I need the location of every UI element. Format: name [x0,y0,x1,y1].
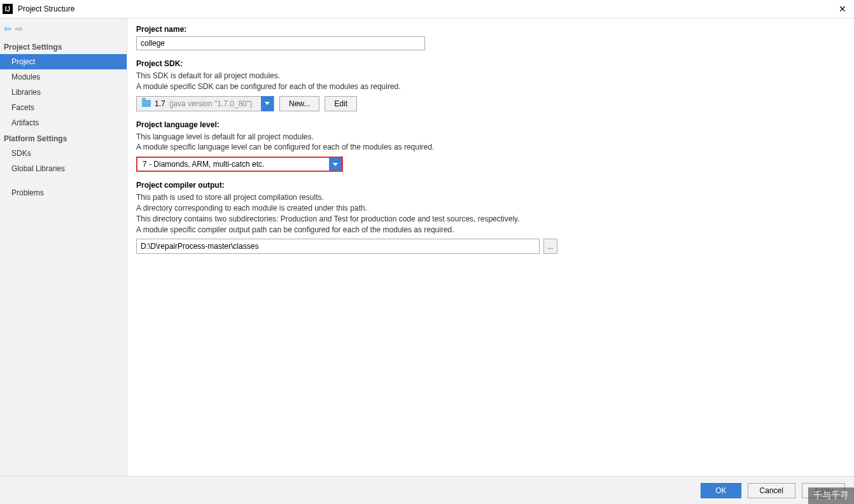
main-panel: Project name: Project SDK: This SDK is d… [127,18,854,476]
sidebar: ⇦ ⇨ Project Settings Project Modules Lib… [0,18,127,476]
compiler-output-label: Project compiler output: [136,181,845,190]
lang-help-1: This language level is default for all p… [136,132,845,143]
titlebar: IJ Project Structure ✕ [0,0,854,18]
sidebar-item-sdks[interactable]: SDKs [0,146,127,161]
sdk-help-1: This SDK is default for all project modu… [136,71,845,81]
project-settings-header: Project Settings [0,39,127,54]
sidebar-item-facets[interactable]: Facets [0,100,127,115]
watermark: 千与千寻 [808,487,854,504]
sidebar-item-project[interactable]: Project [0,54,127,69]
footer: OK Cancel Apply [0,476,854,504]
sidebar-item-libraries[interactable]: Libraries [0,85,127,100]
sidebar-item-artifacts[interactable]: Artifacts [0,115,127,130]
sidebar-item-global-libraries[interactable]: Global Libraries [0,161,127,176]
sdk-help-2: A module specific SDK can be configured … [136,81,845,92]
language-level-value: 7 - Diamonds, ARM, multi-catch etc. [137,158,329,171]
output-help-2: A directory corresponding to each module… [136,203,845,214]
app-icon: IJ [3,4,13,14]
project-sdk-label: Project SDK: [136,59,845,68]
sidebar-item-modules[interactable]: Modules [0,69,127,85]
sdk-version: (java version "1.7.0_80") [169,99,253,108]
body: ⇦ ⇨ Project Settings Project Modules Lib… [0,18,854,476]
platform-settings-header: Platform Settings [0,130,127,146]
chevron-down-icon[interactable] [329,158,342,171]
compiler-output-input[interactable] [136,239,540,254]
close-icon[interactable]: ✕ [834,4,851,14]
folder-icon [142,100,151,107]
edit-sdk-button[interactable]: Edit [325,96,357,111]
sidebar-item-problems[interactable]: Problems [0,185,127,200]
language-level-combo[interactable]: 7 - Diamonds, ARM, multi-catch etc. [136,157,343,172]
language-level-label: Project language level: [136,120,845,129]
project-name-label: Project name: [136,25,845,34]
sdk-value: 1.7 [155,99,165,108]
window-title: Project Structure [18,4,834,13]
nav-arrows: ⇦ ⇨ [0,18,127,39]
browse-button[interactable]: ... [543,239,557,254]
sdk-combo[interactable]: 1.7 (java version "1.7.0_80") [136,96,274,111]
ok-button[interactable]: OK [701,483,741,498]
output-help-1: This path is used to store all project c… [136,192,845,203]
output-help-4: A module specific compiler output path c… [136,225,845,235]
forward-icon[interactable]: ⇨ [15,24,23,34]
back-icon[interactable]: ⇦ [4,24,11,34]
new-sdk-button[interactable]: New... [279,96,319,111]
project-name-input[interactable] [136,36,425,50]
cancel-button[interactable]: Cancel [748,483,795,498]
chevron-down-icon[interactable] [261,96,274,111]
output-help-3: This directory contains two subdirectori… [136,214,845,225]
lang-help-2: A module specific language level can be … [136,142,845,153]
